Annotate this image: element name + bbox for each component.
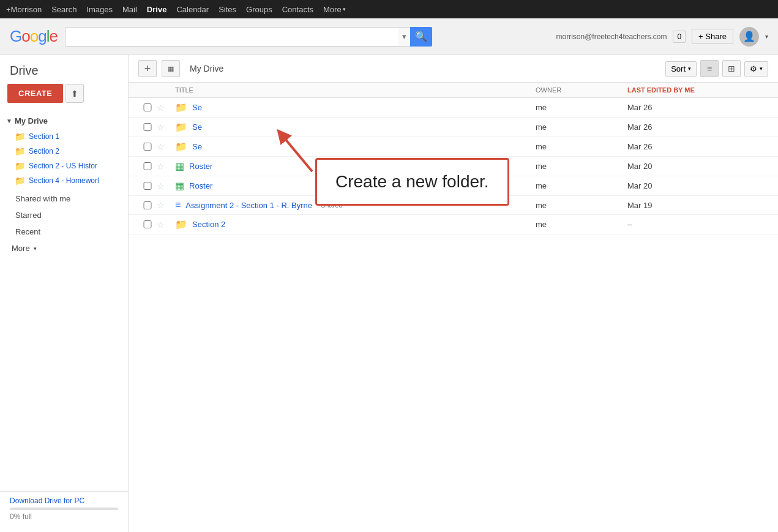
- new-folder-button[interactable]: +: [138, 60, 157, 77]
- topnav-groups[interactable]: Groups: [246, 5, 272, 14]
- owner-cell: me: [536, 103, 627, 112]
- create-button[interactable]: CREATE: [7, 84, 63, 103]
- row-checkbox[interactable]: [138, 123, 157, 131]
- sub-item-label: Section 2: [29, 147, 59, 155]
- avatar[interactable]: 👤: [739, 27, 759, 47]
- notifications-badge[interactable]: 0: [673, 31, 686, 43]
- breadcrumb: My Drive: [185, 61, 228, 76]
- toolbar-right: Sort ▾ ≡ ⊞ ⚙ ▾: [665, 60, 768, 77]
- folder-icon: 📁: [175, 219, 187, 230]
- owner-cell: me: [536, 181, 627, 190]
- search-dropdown-button[interactable]: ▾: [398, 27, 410, 47]
- star-button[interactable]: ☆: [157, 142, 175, 152]
- file-title: Section 2: [192, 220, 225, 229]
- sidebar-item-section1[interactable]: 📁 Section 1: [10, 129, 128, 144]
- sidebar-item-more[interactable]: More ▾: [0, 240, 128, 257]
- upload-icon: ⬆: [71, 89, 78, 99]
- sidebar-item-starred[interactable]: Starred: [0, 207, 128, 223]
- date-cell: Mar 20: [627, 162, 750, 171]
- sidebar-item-shared-with-me[interactable]: Shared with me: [0, 190, 128, 207]
- sidebar: Drive CREATE ⬆ ▼ My Drive 📁 Section 1: [0, 55, 129, 532]
- title-col-header: TITLE: [175, 86, 536, 94]
- folder-icon: 📁: [15, 176, 25, 185]
- file-title: Se: [192, 122, 202, 132]
- file-title: Assignment 2 - Section 1 - R. Byrne: [185, 201, 312, 210]
- folder-icon: 📁: [175, 121, 187, 133]
- topnav-search[interactable]: Search: [51, 5, 77, 14]
- folder-icon: 📁: [175, 102, 187, 113]
- star-button[interactable]: ☆: [157, 122, 175, 132]
- sidebar-item-section2[interactable]: 📁 Section 2: [10, 144, 128, 159]
- date-cell: –: [627, 220, 750, 229]
- star-button[interactable]: ☆: [157, 103, 175, 113]
- topnav-morrison[interactable]: +Morrison: [6, 5, 42, 14]
- topnav-drive[interactable]: Drive: [147, 5, 167, 14]
- topnav-sites[interactable]: Sites: [219, 5, 236, 14]
- details-toggle-button[interactable]: ▦: [162, 60, 180, 77]
- star-button[interactable]: ☆: [157, 220, 175, 230]
- file-name[interactable]: ▦ Roster: [175, 160, 536, 172]
- row-checkbox[interactable]: [138, 103, 157, 111]
- search-submit-button[interactable]: 🔍: [410, 27, 432, 47]
- topnav-calendar[interactable]: Calendar: [176, 5, 209, 14]
- table-row: ☆ 📁 Section 2 me –: [129, 215, 778, 234]
- share-button[interactable]: + Share: [692, 29, 733, 44]
- sidebar-item-recent[interactable]: Recent: [0, 223, 128, 240]
- download-drive-link[interactable]: Download Drive for PC: [10, 496, 84, 505]
- sidebar-item-section2-history[interactable]: 📁 Section 2 - US Histor: [10, 159, 128, 173]
- owner-col-header: OWNER: [536, 86, 627, 94]
- search-input[interactable]: [65, 27, 398, 47]
- date-cell: Mar 26: [627, 142, 750, 151]
- table-row: ☆ 📁 Se me Mar 26: [129, 98, 778, 118]
- topnav-mail[interactable]: Mail: [122, 5, 137, 14]
- avatar-dropdown-icon[interactable]: ▾: [765, 33, 768, 40]
- file-name[interactable]: 📁 Se: [175, 121, 536, 133]
- file-name[interactable]: ≡ Assignment 2 - Section 1 - R. Byrne Sh…: [175, 200, 536, 211]
- star-button[interactable]: ☆: [157, 200, 175, 210]
- folder-icon: 📁: [15, 132, 25, 141]
- file-name[interactable]: 📁 Se: [175, 102, 536, 113]
- topnav-images[interactable]: Images: [86, 5, 113, 14]
- topnav-more-label[interactable]: More: [323, 5, 342, 14]
- table-row: ☆ 📁 Se me Mar 26: [129, 137, 778, 157]
- my-drive-section: ▼ My Drive 📁 Section 1 📁 Section 2 📁 Sec…: [0, 110, 128, 190]
- folder-icon: 📁: [15, 146, 25, 156]
- file-name[interactable]: ▦ Roster: [175, 180, 536, 192]
- row-checkbox[interactable]: [138, 201, 157, 209]
- file-name[interactable]: 📁 Se: [175, 141, 536, 152]
- row-checkbox[interactable]: [138, 182, 157, 190]
- triangle-icon: ▼: [6, 118, 12, 124]
- sidebar-title: Drive: [0, 61, 128, 84]
- sidebar-item-section4[interactable]: 📁 Section 4 - Homeworl: [10, 173, 128, 188]
- star-col: [157, 86, 175, 94]
- star-button[interactable]: ☆: [157, 181, 175, 191]
- table-row: ☆ ≡ Assignment 2 - Section 1 - R. Byrne …: [129, 196, 778, 215]
- row-checkbox[interactable]: [138, 162, 157, 170]
- sub-item-label: Section 2 - US Histor: [29, 162, 97, 170]
- date-cell: Mar 26: [627, 103, 750, 112]
- row-checkbox[interactable]: [138, 143, 157, 151]
- topnav-contacts[interactable]: Contacts: [282, 5, 313, 14]
- settings-button[interactable]: ⚙ ▾: [744, 61, 768, 77]
- topnav-more[interactable]: More ▾: [323, 5, 346, 14]
- file-title: Roster: [189, 162, 212, 171]
- sort-button[interactable]: Sort ▾: [665, 61, 697, 77]
- date-cell: Mar 26: [627, 122, 750, 132]
- docs-icon: ≡: [175, 200, 181, 211]
- owner-cell: me: [536, 220, 627, 229]
- grid-view-button[interactable]: ⊞: [722, 60, 741, 77]
- star-button[interactable]: ☆: [157, 162, 175, 171]
- row-checkbox[interactable]: [138, 220, 157, 228]
- upload-button[interactable]: ⬆: [65, 84, 84, 103]
- top-navigation: +Morrison Search Images Mail Drive Calen…: [0, 0, 778, 18]
- file-list: ☆ 📁 Se me Mar 26 ☆ 📁 Se me Mar 26: [129, 98, 778, 532]
- file-title: Roster: [189, 181, 212, 190]
- owner-cell: me: [536, 122, 627, 132]
- more-chevron-icon: ▾: [343, 6, 346, 12]
- last-edited-col-header: LAST EDITED BY ME: [627, 86, 750, 94]
- owner-cell: me: [536, 162, 627, 171]
- file-name[interactable]: 📁 Section 2: [175, 219, 536, 230]
- table-row: ☆ ▦ Roster me Mar 20: [129, 157, 778, 176]
- my-drive-toggle[interactable]: ▼ My Drive: [0, 113, 128, 129]
- list-view-button[interactable]: ≡: [700, 60, 719, 77]
